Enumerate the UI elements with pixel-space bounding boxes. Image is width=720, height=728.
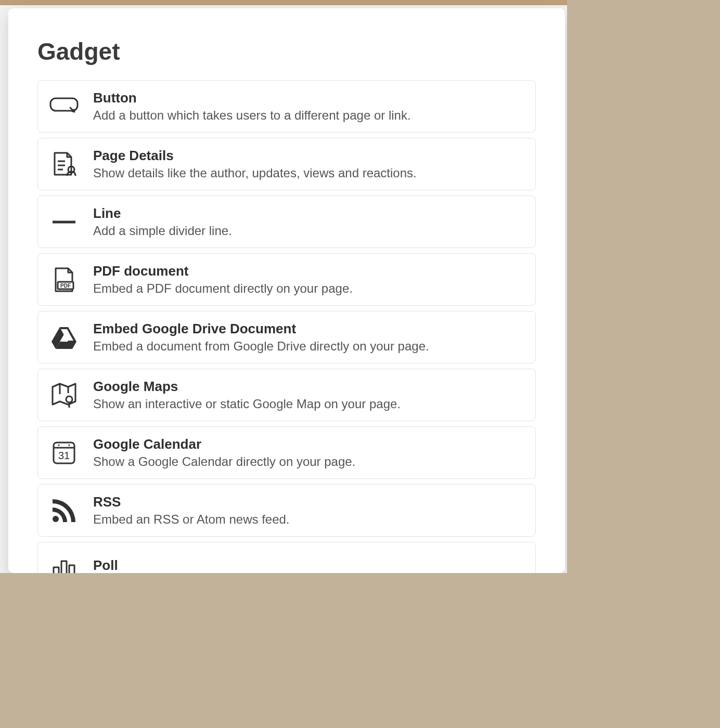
rss-icon — [49, 496, 79, 525]
gadget-title: Embed Google Drive Document — [93, 321, 429, 337]
gadget-title: PDF document — [93, 263, 353, 279]
google-calendar-icon: 31 — [49, 438, 79, 467]
gadget-title: Poll — [93, 557, 118, 574]
gadget-text: Google Calendar Show a Google Calendar d… — [93, 436, 355, 469]
svg-rect-23 — [69, 565, 74, 573]
gadget-item-gdrive[interactable]: Embed Google Drive Document Embed a docu… — [37, 311, 536, 363]
svg-rect-0 — [50, 98, 78, 111]
svg-point-18 — [69, 444, 70, 446]
gadget-item-page-details[interactable]: Page Details Show details like the autho… — [37, 138, 536, 190]
gadget-desc: Embed an RSS or Atom news feed. — [93, 512, 290, 527]
gadget-title: RSS — [93, 494, 290, 510]
gadget-text: PDF document Embed a PDF document direct… — [93, 263, 353, 296]
gadget-desc: Embed a PDF document directly on your pa… — [93, 281, 353, 296]
gadget-title: Google Calendar — [93, 436, 355, 452]
gadget-item-line[interactable]: Line Add a simple divider line. — [37, 196, 536, 248]
gadget-desc: Add a button which takes users to a diff… — [93, 108, 411, 123]
gadget-title: Button — [93, 90, 411, 106]
svg-rect-22 — [61, 561, 67, 573]
gadget-text: RSS Embed an RSS or Atom news feed. — [93, 494, 290, 527]
svg-point-20 — [53, 516, 59, 522]
google-maps-icon — [49, 381, 79, 410]
gadget-desc: Add a simple divider line. — [93, 224, 232, 238]
line-icon — [49, 207, 79, 237]
gadget-item-pdf[interactable]: PDF PDF document Embed a PDF document di… — [37, 253, 536, 306]
gadget-item-gmaps[interactable]: Google Maps Show an interactive or stati… — [37, 369, 536, 421]
gadget-item-rss[interactable]: RSS Embed an RSS or Atom news feed. — [37, 484, 536, 537]
gadget-text: Google Maps Show an interactive or stati… — [93, 379, 401, 411]
gadget-desc: Show an interactive or static Google Map… — [93, 397, 401, 411]
svg-point-17 — [58, 444, 60, 446]
gadget-title: Google Maps — [93, 379, 401, 395]
button-icon — [49, 92, 79, 121]
gadget-text: Page Details Show details like the autho… — [93, 148, 417, 180]
gadget-title: Line — [93, 205, 232, 222]
gadget-item-gcal[interactable]: 31 Google Calendar Show a Google Calenda… — [37, 426, 536, 479]
page-details-icon — [49, 150, 79, 179]
gadget-title: Page Details — [93, 148, 417, 164]
gadget-desc: Embed a document from Google Drive direc… — [93, 339, 429, 354]
pdf-icon: PDF — [49, 265, 79, 294]
page-backdrop: Gadget Button Add a button which takes u… — [0, 0, 567, 573]
poll-icon — [49, 552, 79, 573]
google-drive-icon — [49, 323, 79, 352]
gadget-text: Button Add a button which takes users to… — [93, 90, 411, 123]
gadget-item-poll[interactable]: Poll — [37, 542, 536, 573]
svg-point-14 — [66, 396, 72, 402]
svg-text:PDF: PDF — [60, 283, 71, 289]
gadget-text: Line Add a simple divider line. — [93, 205, 232, 238]
gadget-text: Poll — [93, 557, 118, 574]
svg-rect-21 — [54, 567, 59, 573]
modal-title: Gadget — [37, 37, 536, 66]
gadget-text: Embed Google Drive Document Embed a docu… — [93, 321, 429, 354]
gadget-list: Button Add a button which takes users to… — [37, 80, 536, 573]
svg-text:31: 31 — [58, 450, 70, 461]
gadget-desc: Show details like the author, updates, v… — [93, 166, 417, 180]
gadget-desc: Show a Google Calendar directly on your … — [93, 454, 355, 469]
gadget-item-button[interactable]: Button Add a button which takes users to… — [37, 80, 536, 133]
gadget-picker-modal: Gadget Button Add a button which takes u… — [8, 8, 565, 573]
